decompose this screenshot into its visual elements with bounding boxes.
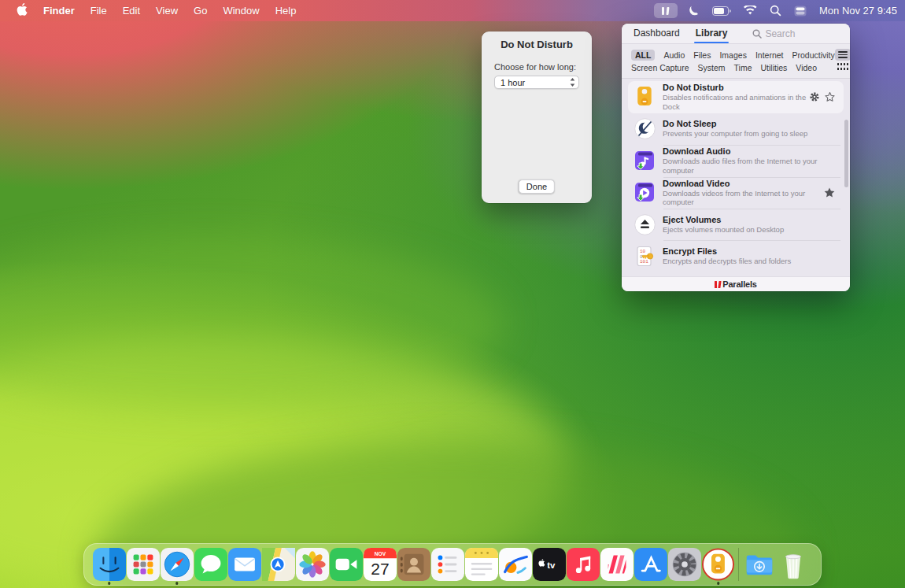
focus-moon-icon[interactable] bbox=[684, 3, 703, 19]
menu-bar: Finder File Edit View Go Window Help Mon… bbox=[0, 0, 905, 21]
dock-maps-icon[interactable] bbox=[261, 543, 295, 586]
tab-library[interactable]: Library bbox=[696, 24, 728, 43]
category-time[interactable]: Time bbox=[734, 63, 752, 72]
search-input[interactable] bbox=[765, 28, 844, 39]
tool-description: Disables notifications and animations in… bbox=[663, 93, 809, 112]
battery-icon[interactable] bbox=[709, 3, 734, 19]
category-screen-capture[interactable]: Screen Capture bbox=[631, 63, 689, 72]
category-video[interactable]: Video bbox=[796, 63, 817, 72]
tool-description: Downloads videos from the Internet to yo… bbox=[663, 189, 818, 208]
dock-contacts-icon[interactable] bbox=[397, 543, 430, 586]
search-field[interactable] bbox=[752, 28, 844, 39]
running-indicator bbox=[717, 582, 720, 585]
dock-separator bbox=[738, 548, 739, 581]
eject-icon bbox=[634, 213, 656, 235]
done-button[interactable]: Done bbox=[519, 179, 555, 194]
dock-messages-icon[interactable] bbox=[194, 543, 227, 586]
grid-view-icon[interactable] bbox=[837, 63, 848, 72]
dock-freeform-icon[interactable] bbox=[498, 543, 532, 586]
do-not-disturb-dialog: Do Not Disturb Choose for how long: 1 ho… bbox=[482, 31, 592, 203]
calendar-month: NOV bbox=[374, 551, 386, 557]
tool-name: Do Not Disturb bbox=[663, 83, 809, 92]
category-files[interactable]: Files bbox=[693, 50, 711, 60]
menu-finder[interactable]: Finder bbox=[36, 2, 82, 19]
running-indicator bbox=[108, 582, 111, 585]
calendar-day: 27 bbox=[371, 560, 389, 578]
tool-row-download-video[interactable]: Download Video Downloads videos from the… bbox=[628, 177, 844, 209]
dock-finder-icon[interactable] bbox=[92, 543, 126, 586]
duration-select[interactable]: 1 hour bbox=[494, 76, 579, 89]
dock-facetime-icon[interactable] bbox=[329, 543, 363, 586]
favorite-star-filled-icon[interactable] bbox=[823, 187, 836, 199]
running-indicator bbox=[175, 582, 179, 585]
parallels-logo-bars-icon bbox=[715, 281, 720, 288]
wallpaper-wave bbox=[0, 236, 504, 409]
tool-row-download-audio[interactable]: Download Audio Downloads audio files fro… bbox=[628, 145, 844, 177]
tv-label: tv bbox=[547, 560, 556, 570]
dock-safari-icon[interactable] bbox=[160, 543, 194, 586]
menu-edit[interactable]: Edit bbox=[116, 2, 147, 19]
dock-mail-icon[interactable] bbox=[227, 543, 261, 586]
moon-slash-icon bbox=[634, 118, 656, 140]
dock-app-store-icon[interactable] bbox=[634, 543, 667, 586]
dock-launchpad-icon[interactable] bbox=[126, 543, 160, 586]
dock-reminders-icon[interactable] bbox=[430, 543, 464, 586]
tool-name: Eject Volumes bbox=[663, 215, 840, 224]
select-stepper-icon bbox=[569, 77, 576, 87]
dock-downloads-icon[interactable] bbox=[742, 543, 776, 586]
dock-calendar-icon[interactable]: NOV27 bbox=[363, 543, 397, 586]
wifi-icon[interactable] bbox=[741, 3, 760, 19]
menu-view[interactable]: View bbox=[149, 2, 185, 19]
category-system[interactable]: System bbox=[698, 63, 726, 72]
category-audio[interactable]: Audio bbox=[663, 50, 685, 60]
menu-help[interactable]: Help bbox=[268, 2, 304, 19]
tool-description: Prevents your computer from going to sle… bbox=[663, 129, 818, 139]
parallels-toolbox-menu-icon[interactable] bbox=[654, 3, 678, 18]
tool-description: Ejects volumes mounted on Desktop bbox=[663, 225, 818, 235]
category-productivity[interactable]: Productivity bbox=[792, 50, 835, 60]
tool-name: Download Audio bbox=[663, 146, 840, 156]
category-all[interactable]: ALL bbox=[631, 50, 655, 61]
dock: NOV27 tv bbox=[83, 543, 822, 586]
list-view-icon[interactable] bbox=[835, 49, 850, 61]
tool-row-do-not-sleep[interactable]: Do Not Sleep Prevents your computer from… bbox=[628, 113, 844, 145]
tool-settings-gear-icon[interactable] bbox=[809, 91, 820, 102]
video-download-icon bbox=[634, 182, 656, 204]
tool-row-eject-volumes[interactable]: Eject Volumes Ejects volumes mounted on … bbox=[628, 209, 844, 240]
desktop: Finder File Edit View Go Window Help Mon… bbox=[0, 0, 905, 588]
menu-window[interactable]: Window bbox=[216, 2, 266, 19]
tool-row-encrypt-files[interactable]: 100101 Encrypt Files Encrypts and decryp… bbox=[628, 240, 844, 272]
menu-bar-clock[interactable]: Mon Nov 27 9:45 bbox=[819, 5, 897, 17]
door-hanger-icon bbox=[634, 86, 656, 108]
tool-list: Do Not Disturb Disables notifications an… bbox=[622, 79, 850, 276]
dock-news-icon[interactable] bbox=[600, 543, 634, 586]
search-icon bbox=[752, 29, 762, 39]
panel-scrollbar[interactable] bbox=[844, 120, 848, 187]
duration-value: 1 hour bbox=[501, 78, 525, 87]
dock-notes-icon[interactable] bbox=[464, 543, 498, 586]
tool-row-do-not-disturb[interactable]: Do Not Disturb Disables notifications an… bbox=[628, 81, 844, 113]
tool-name: Encrypt Files bbox=[663, 246, 840, 256]
favorite-star-outline-icon[interactable] bbox=[824, 91, 836, 103]
control-center-icon[interactable] bbox=[791, 3, 810, 19]
parallels-toolbox-panel: Dashboard Library ALL Audio Files Images… bbox=[622, 24, 850, 291]
tool-description: Downloads audio files from the Internet … bbox=[663, 157, 818, 176]
svg-text:101: 101 bbox=[640, 259, 648, 264]
category-internet[interactable]: Internet bbox=[755, 50, 784, 60]
dock-do-not-disturb-icon[interactable] bbox=[701, 543, 735, 586]
parallels-logo-text: Parallels bbox=[722, 279, 756, 289]
dock-trash-icon[interactable] bbox=[776, 543, 810, 586]
dock-music-icon[interactable] bbox=[566, 543, 600, 586]
tool-name: Download Video bbox=[663, 179, 823, 188]
apple-menu-icon[interactable] bbox=[9, 2, 35, 20]
dock-tv-icon[interactable]: tv bbox=[532, 543, 566, 586]
spotlight-search-icon[interactable] bbox=[766, 3, 785, 19]
menu-file[interactable]: File bbox=[83, 2, 114, 19]
category-utilities[interactable]: Utilities bbox=[761, 63, 788, 72]
menu-go[interactable]: Go bbox=[187, 2, 214, 19]
dock-system-settings-icon[interactable] bbox=[667, 543, 701, 586]
tab-dashboard[interactable]: Dashboard bbox=[634, 24, 680, 43]
dock-photos-icon[interactable] bbox=[295, 543, 329, 586]
tool-name: Do Not Sleep bbox=[663, 119, 840, 128]
category-images[interactable]: Images bbox=[719, 50, 746, 60]
